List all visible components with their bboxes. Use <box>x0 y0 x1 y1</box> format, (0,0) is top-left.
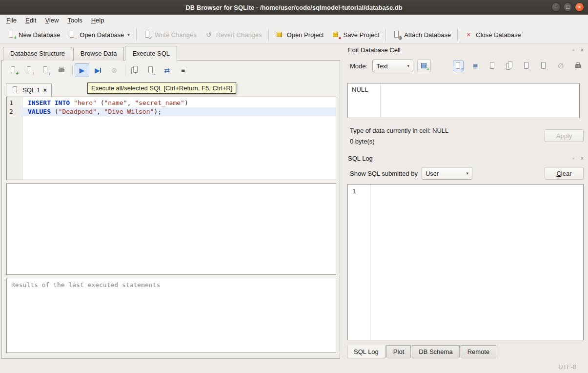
float-dock-icon[interactable]: ▫ <box>570 47 576 53</box>
close-dock-icon[interactable]: × <box>579 47 585 53</box>
toolbar-separator <box>72 65 73 76</box>
mode-value: Text <box>376 62 388 70</box>
execute-current-line-icon: ▶ <box>94 66 102 75</box>
menu-item-file[interactable]: File <box>2 16 21 25</box>
apply-button: Apply <box>545 129 584 142</box>
code-text: INSERT INTO "hero" ("name", "secret_name… <box>22 99 336 107</box>
sql-editor-tab[interactable]: SQL 1 × <box>6 83 52 97</box>
export-data-button[interactable]: → <box>538 61 549 71</box>
open-sql-file-button[interactable]: ↑ <box>22 63 37 77</box>
main-tabbar: Database StructureBrowse DataExecute SQL <box>3 46 178 61</box>
print-button[interactable] <box>54 63 69 77</box>
open-in-editor-button[interactable] <box>487 61 498 71</box>
code-token: ) <box>184 99 188 106</box>
open-sql-new-tab-button[interactable]: + <box>6 63 20 77</box>
open-project-label: Open Project <box>287 31 324 39</box>
sql-editor[interactable]: 1INSERT INTO "hero" ("name", "secret_nam… <box>6 97 336 180</box>
copy-data-icon <box>505 62 514 70</box>
code-token: "hero" <box>74 99 97 106</box>
chevron-down-icon: ▾ <box>407 63 410 68</box>
code-text: VALUES ("Deadpond", "Dive Wilson"); <box>22 107 336 116</box>
code-token <box>70 99 74 106</box>
text-mode-button[interactable]: ≡ <box>453 61 464 71</box>
print-icon <box>57 66 66 75</box>
bottom-tab-sql-log[interactable]: SQL Log <box>347 345 385 358</box>
mode-select[interactable]: Text ▾ <box>372 60 413 72</box>
auto-mode-button[interactable]: + <box>417 60 431 72</box>
menu-item-edit[interactable]: Edit <box>21 16 41 25</box>
export-results-icon: → <box>146 66 155 75</box>
export-results-button[interactable]: → <box>143 63 158 77</box>
import-data-icon: + <box>420 62 428 70</box>
cell-value: NULL <box>352 86 368 93</box>
tab-database-structure[interactable]: Database Structure <box>3 47 72 61</box>
close-icon[interactable]: × <box>575 2 584 12</box>
mode-label: Mode: <box>350 62 367 70</box>
open-database-button[interactable]: →Open Database▾ <box>64 28 134 41</box>
tab-browse-data[interactable]: Browse Data <box>73 47 124 61</box>
execute-current-line-button[interactable]: ▶ <box>91 63 105 77</box>
close-dock-icon[interactable]: × <box>579 156 585 161</box>
chevron-down-icon: ▾ <box>466 171 468 176</box>
toolbar-separator <box>268 29 269 41</box>
attach-database-button[interactable]: ⊕Attach Database <box>388 28 455 41</box>
open-sql-file-icon: ↑ <box>25 66 34 75</box>
code-token: ( <box>51 108 59 115</box>
code-token: "Deadpond" <box>59 108 97 115</box>
cell-editor[interactable]: NULL <box>347 83 580 118</box>
revert-changes-label: Revert Changes <box>216 31 262 39</box>
toolbar-separator <box>385 29 386 41</box>
mode-row: Mode: Text ▾ + ≡≣→→∅ <box>350 59 583 73</box>
chevron-down-icon[interactable]: ▾ <box>127 32 130 37</box>
log-filter-select[interactable]: User ▾ <box>422 167 472 180</box>
close-database-button[interactable]: ×Close Database <box>460 28 525 41</box>
code-token: , <box>97 108 104 115</box>
sql-tab-label: SQL 1 <box>22 86 40 94</box>
code-token: ( <box>97 99 104 106</box>
menu-item-help[interactable]: Help <box>87 16 109 25</box>
float-dock-icon[interactable]: ▫ <box>570 156 576 161</box>
code-token: INSERT INTO <box>28 99 70 106</box>
main-toolbar: +New Database→Open Database▾✓Write Chang… <box>0 26 588 44</box>
save-project-button[interactable]: ●Save Project <box>327 28 383 41</box>
import-data-button[interactable]: → <box>521 61 532 71</box>
bottom-tab-plot[interactable]: Plot <box>386 345 411 358</box>
tab-execute-sql[interactable]: Execute SQL <box>125 46 177 61</box>
titlebar: DB Browser for SQLite - /home/user/code/… <box>0 0 588 15</box>
find-replace-icon: ⇄ <box>162 66 171 75</box>
clear-button[interactable]: Clear <box>545 167 584 180</box>
encoding-label: UTF-8 <box>558 363 576 371</box>
sql-toolbar: +↑↓▶▶⊗→⇄≡ <box>6 62 192 78</box>
menu-item-view[interactable]: View <box>41 16 63 25</box>
save-sql-file-button[interactable]: ↓ <box>38 63 53 77</box>
results-message-pane: Results of the last executed statements <box>6 278 336 353</box>
close-tab-icon[interactable]: × <box>43 86 47 94</box>
attach-database-icon: ⊕ <box>392 30 401 39</box>
new-database-button[interactable]: +New Database <box>3 28 64 41</box>
set-null-button[interactable]: ∅ <box>555 61 566 71</box>
copy-data-button[interactable] <box>504 61 515 71</box>
query-result-grid <box>6 183 336 275</box>
format-sql-button[interactable]: ≡ <box>176 63 190 77</box>
save-results-button[interactable] <box>127 63 142 77</box>
sql-log-dock-header: SQL Log ▫ × <box>348 154 585 163</box>
sql-file-icon <box>11 86 20 95</box>
open-project-button[interactable]: Open Project <box>271 28 328 41</box>
menu-item-tools[interactable]: Tools <box>63 16 86 25</box>
code-token: , <box>127 99 135 106</box>
print-cell-button[interactable] <box>572 61 583 71</box>
execute-all-icon: ▶ <box>78 66 86 75</box>
toolbar-separator <box>125 65 125 76</box>
minimize-icon[interactable]: − <box>551 2 561 12</box>
toolbar-separator <box>136 29 137 41</box>
find-replace-button[interactable]: ⇄ <box>160 63 174 77</box>
word-wrap-button[interactable]: ≣ <box>470 61 481 71</box>
sql-log-view[interactable]: 1 <box>347 184 584 340</box>
bottom-tab-db-schema[interactable]: DB Schema <box>412 345 459 358</box>
execute-tooltip: Execute all/selected SQL [Ctrl+Return, F… <box>87 83 236 94</box>
bottom-tab-remote[interactable]: Remote <box>461 345 497 358</box>
open-database-label: Open Database <box>80 31 124 39</box>
execute-all-button[interactable]: ▶ <box>75 63 89 77</box>
menubar: FileEditViewToolsHelp <box>0 15 588 26</box>
maximize-icon[interactable]: □ <box>563 2 572 12</box>
